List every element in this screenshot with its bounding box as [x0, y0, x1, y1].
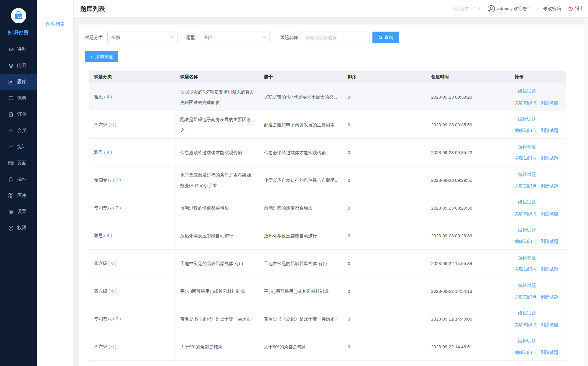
add-question-button[interactable]: + 添加试题 [85, 51, 118, 62]
category-count-link[interactable]: ( 6 ) [109, 261, 116, 266]
sidebar-item-order[interactable]: 订单 [0, 106, 37, 122]
sidebar-item-content[interactable]: 内容 [0, 58, 37, 74]
submenu-item-question-bank-list[interactable]: 题库列表 [37, 21, 73, 27]
relate-knowledge-link[interactable]: 关联知识点 [515, 183, 537, 188]
category-count-link[interactable]: ( 7 ) [113, 316, 121, 321]
relate-knowledge-link[interactable]: 关联知识点 [515, 322, 537, 327]
sort-cell: 0 [343, 305, 426, 333]
relate-knowledge-link[interactable]: 关联知识点 [515, 156, 537, 161]
category-count-link[interactable]: ( 6 ) [109, 344, 116, 349]
sidebar-item-settings[interactable]: 设置 [0, 204, 37, 220]
page-title: 题库列表 [80, 5, 105, 13]
chevron-down-icon [262, 36, 266, 39]
delete-question-link[interactable]: 删除试题 [541, 322, 558, 327]
sidebar-item-exam-paper[interactable]: 试卷 [0, 90, 37, 106]
question-name-input[interactable] [302, 32, 369, 43]
delete-question-link[interactable]: 删除试题 [541, 183, 558, 188]
sidebar-item-statistics[interactable]: 统计 [0, 139, 37, 155]
category-count-link[interactable]: ( 4 ) [104, 94, 112, 99]
category-count-link[interactable]: ( 7 ) [113, 205, 121, 210]
question-stem-cell: 化学反应自发进行的条件是吉布斯函... [259, 166, 343, 194]
logout-label: 退出 [575, 6, 584, 12]
sidebar-item-app[interactable]: 应用 [0, 187, 37, 204]
delete-question-link[interactable]: 删除试题 [541, 294, 558, 299]
category-count-link[interactable]: ( 4 ) [104, 233, 112, 238]
edit-question-link[interactable]: 编辑试题 [518, 89, 536, 94]
relate-knowledge-link[interactable]: 关联知识点 [515, 211, 537, 216]
table-row: 雅思( 4 ) 信息必须经过载体才能实现传输 信息必须经过载体才能实现传输 0 … [89, 139, 566, 166]
relate-knowledge-link[interactable]: 关联知识点 [515, 128, 537, 133]
delete-question-link[interactable]: 删除试题 [541, 128, 558, 133]
sidebar-item-plugin[interactable]: 插件 [0, 171, 37, 187]
edit-question-link[interactable]: 编辑试题 [518, 311, 536, 316]
delete-question-link[interactable]: 删除试题 [541, 239, 558, 244]
type-select-value: 全部 [203, 35, 212, 40]
sidebar-item-label: 会员 [17, 128, 27, 134]
actions-cell: 编辑试题 关联知识点删除试题 [510, 222, 566, 250]
relate-knowledge-link[interactable]: 关联知识点 [515, 267, 537, 272]
column-header-stem: 题干 [259, 71, 343, 83]
table-row: 专四专八( 7 ) 自动过程的熵值都会增加 自动过程的熵值都会增加 0 2023… [89, 194, 566, 222]
table-row: 四六级( 6 ) 配送是阻碍电子商务发展的主要因素之一 配送是阻碍电子商务发展的… [89, 111, 566, 139]
sidebar-item-lecturer[interactable]: 讲师 [0, 41, 37, 58]
change-password-link[interactable]: 修改密码 [543, 6, 561, 12]
delete-question-link[interactable]: 删除试题 [541, 267, 558, 272]
created-time-cell: 2023-09-23 09:28:39 [426, 222, 510, 250]
category-cell: 专四专八( 7 ) [89, 166, 175, 194]
edit-question-link[interactable]: 编辑试题 [518, 283, 536, 288]
actions-cell: 编辑试题 关联知识点删除试题 [510, 333, 566, 361]
permission-icon [8, 225, 14, 231]
table-row: 专四专八( 7 ) 化学反应自发进行的条件是吉布斯函数变(ΔrGm)小于零 化学… [89, 166, 566, 194]
actions-cell: 编辑试题 关联知识点删除试题 [510, 83, 566, 111]
column-header-created: 创建时间 [426, 71, 510, 83]
edit-question-link[interactable]: 编辑试题 [518, 338, 536, 343]
sidebar-item-question-bank[interactable]: 题库 [0, 74, 37, 90]
category-count-link[interactable]: ( 6 ) [109, 288, 116, 293]
member-icon [8, 128, 14, 134]
category-select[interactable]: 全部 [107, 32, 178, 43]
sidebar-item-label: 统计 [17, 144, 27, 150]
edit-question-link[interactable]: 编辑试题 [518, 116, 536, 121]
type-select[interactable]: 全部 [200, 32, 270, 43]
relate-knowledge-link[interactable]: 关联知识点 [515, 350, 537, 355]
sort-cell: 0 [343, 139, 426, 166]
delete-question-link[interactable]: 删除试题 [541, 100, 558, 105]
sidebar-item-page[interactable]: 页面 [0, 155, 37, 171]
category-count-link[interactable]: ( 4 ) [104, 150, 112, 155]
created-time-cell: 2023-09-22 14:54:13 [426, 277, 510, 305]
version-label: 当前版本：1.0 [451, 6, 480, 12]
sidebar-item-label: 讲师 [17, 46, 27, 53]
edit-question-link[interactable]: 编辑试题 [518, 172, 536, 177]
delete-question-link[interactable]: 删除试题 [541, 211, 558, 216]
category-select-value: 全部 [111, 35, 120, 40]
column-header-sort: 排序 [343, 71, 426, 83]
relate-knowledge-link[interactable]: 关联知识点 [515, 294, 537, 299]
content-icon [8, 63, 14, 69]
edit-question-link[interactable]: 编辑试题 [518, 200, 536, 205]
edit-question-link[interactable]: 编辑试题 [518, 144, 536, 149]
logo-icon [11, 8, 27, 24]
column-header-category: 试题分类 [89, 71, 175, 83]
relate-knowledge-link[interactable]: 关联知识点 [515, 100, 537, 105]
scrollbar-track[interactable] [584, 18, 588, 366]
filter-bar: 试题分类 全部 题型 全部 试题名称 查询 [85, 32, 578, 43]
question-name-cell: 信息必须经过载体才能实现传输 [175, 139, 259, 166]
category-count-link[interactable]: ( 7 ) [113, 177, 121, 182]
category-text: 专四专八 [94, 316, 112, 321]
sidebar-item-permission[interactable]: 权限 [0, 220, 37, 236]
logout-button[interactable]: 退出 [568, 6, 584, 12]
relate-knowledge-link[interactable]: 关联知识点 [515, 239, 537, 244]
question-name-cell: 尽职尽责的"尽"就是要求用最大的努力克服困难去完成职责 [175, 83, 259, 111]
sidebar-item-member[interactable]: 会员 [0, 122, 37, 139]
edit-question-link[interactable]: 编辑试题 [518, 255, 536, 260]
edit-question-link[interactable]: 编辑试题 [518, 227, 536, 232]
delete-question-link[interactable]: 删除试题 [541, 350, 558, 355]
category-cell: 专四专八( 7 ) [89, 305, 175, 333]
delete-question-link[interactable]: 删除试题 [541, 156, 558, 161]
chevron-down-icon [170, 36, 174, 39]
app-logo: 知识付费 [0, 0, 37, 36]
header-divider: | [537, 6, 538, 11]
search-button[interactable]: 查询 [372, 32, 399, 43]
sort-cell: 0 [343, 166, 426, 194]
category-count-link[interactable]: ( 6 ) [109, 122, 116, 127]
